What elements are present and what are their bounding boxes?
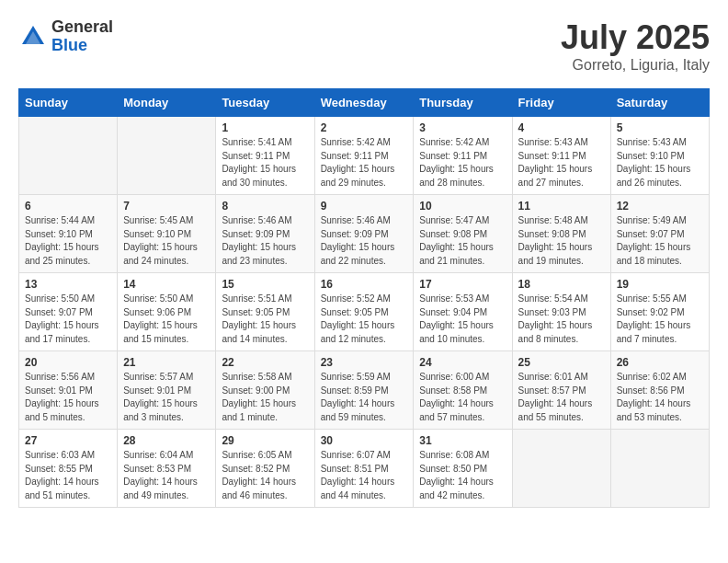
- day-info: Sunrise: 5:43 AM Sunset: 9:10 PM Dayligh…: [617, 136, 703, 190]
- calendar-cell: [610, 430, 709, 508]
- day-info: Sunrise: 5:48 AM Sunset: 9:08 PM Dayligh…: [518, 214, 605, 268]
- calendar-day-header: Thursday: [414, 89, 512, 117]
- day-info: Sunrise: 6:01 AM Sunset: 8:57 PM Dayligh…: [518, 371, 605, 424]
- day-number: 25: [518, 356, 605, 369]
- day-info: Sunrise: 5:42 AM Sunset: 9:11 PM Dayligh…: [419, 136, 506, 190]
- calendar-cell: [512, 430, 610, 508]
- calendar-cell: 30Sunrise: 6:07 AM Sunset: 8:51 PM Dayli…: [314, 430, 414, 508]
- calendar-cell: 9Sunrise: 5:46 AM Sunset: 9:09 PM Daylig…: [314, 195, 414, 273]
- calendar-week-row: 1Sunrise: 5:41 AM Sunset: 9:11 PM Daylig…: [19, 117, 710, 195]
- calendar-cell: 1Sunrise: 5:41 AM Sunset: 9:11 PM Daylig…: [216, 117, 314, 195]
- calendar-cell: 28Sunrise: 6:04 AM Sunset: 8:53 PM Dayli…: [118, 430, 216, 508]
- day-number: 17: [419, 278, 506, 291]
- calendar-cell: 15Sunrise: 5:51 AM Sunset: 9:05 PM Dayli…: [216, 273, 314, 351]
- day-number: 24: [419, 356, 506, 369]
- day-number: 3: [419, 121, 506, 134]
- day-number: 30: [321, 434, 408, 447]
- day-info: Sunrise: 6:07 AM Sunset: 8:51 PM Dayligh…: [321, 449, 408, 502]
- logo-blue-text: Blue: [51, 37, 113, 55]
- month-title: July 2025: [561, 18, 710, 57]
- calendar-week-row: 6Sunrise: 5:44 AM Sunset: 9:10 PM Daylig…: [19, 195, 710, 273]
- day-info: Sunrise: 5:45 AM Sunset: 9:10 PM Dayligh…: [123, 214, 210, 268]
- calendar-cell: 29Sunrise: 6:05 AM Sunset: 8:52 PM Dayli…: [216, 430, 314, 508]
- calendar-cell: 3Sunrise: 5:42 AM Sunset: 9:11 PM Daylig…: [414, 117, 512, 195]
- day-number: 29: [222, 434, 308, 447]
- day-info: Sunrise: 5:57 AM Sunset: 9:01 PM Dayligh…: [123, 371, 210, 424]
- calendar-header-row: SundayMondayTuesdayWednesdayThursdayFrid…: [19, 89, 710, 117]
- calendar-cell: [118, 117, 216, 195]
- calendar-cell: 20Sunrise: 5:56 AM Sunset: 9:01 PM Dayli…: [19, 351, 118, 430]
- calendar-cell: 5Sunrise: 5:43 AM Sunset: 9:10 PM Daylig…: [610, 117, 709, 195]
- calendar-cell: [19, 117, 118, 195]
- day-number: 8: [222, 200, 308, 213]
- calendar-day-header: Sunday: [19, 89, 118, 117]
- day-info: Sunrise: 5:51 AM Sunset: 9:05 PM Dayligh…: [222, 293, 308, 346]
- day-number: 26: [617, 356, 703, 369]
- day-number: 5: [617, 121, 703, 134]
- title-block: July 2025 Gorreto, Liguria, Italy: [561, 18, 710, 74]
- calendar-cell: 24Sunrise: 6:00 AM Sunset: 8:58 PM Dayli…: [414, 351, 512, 430]
- day-info: Sunrise: 6:04 AM Sunset: 8:53 PM Dayligh…: [123, 449, 210, 502]
- calendar-cell: 27Sunrise: 6:03 AM Sunset: 8:55 PM Dayli…: [19, 430, 118, 508]
- day-number: 16: [321, 278, 408, 291]
- day-info: Sunrise: 5:54 AM Sunset: 9:03 PM Dayligh…: [518, 293, 605, 346]
- calendar-cell: 18Sunrise: 5:54 AM Sunset: 9:03 PM Dayli…: [512, 273, 610, 351]
- day-number: 21: [123, 356, 210, 369]
- calendar-cell: 6Sunrise: 5:44 AM Sunset: 9:10 PM Daylig…: [19, 195, 118, 273]
- day-number: 11: [518, 200, 605, 213]
- calendar-day-header: Wednesday: [314, 89, 414, 117]
- day-number: 13: [25, 278, 111, 291]
- calendar-cell: 31Sunrise: 6:08 AM Sunset: 8:50 PM Dayli…: [414, 430, 512, 508]
- day-number: 23: [321, 356, 408, 369]
- day-number: 22: [222, 356, 308, 369]
- day-info: Sunrise: 5:50 AM Sunset: 9:06 PM Dayligh…: [123, 293, 210, 346]
- calendar-cell: 16Sunrise: 5:52 AM Sunset: 9:05 PM Dayli…: [314, 273, 414, 351]
- day-number: 2: [321, 121, 408, 134]
- day-info: Sunrise: 5:59 AM Sunset: 8:59 PM Dayligh…: [321, 371, 408, 424]
- day-number: 14: [123, 278, 210, 291]
- calendar-cell: 22Sunrise: 5:58 AM Sunset: 9:00 PM Dayli…: [216, 351, 314, 430]
- calendar-day-header: Saturday: [610, 89, 709, 117]
- day-number: 15: [222, 278, 308, 291]
- calendar-week-row: 13Sunrise: 5:50 AM Sunset: 9:07 PM Dayli…: [19, 273, 710, 351]
- calendar-cell: 21Sunrise: 5:57 AM Sunset: 9:01 PM Dayli…: [118, 351, 216, 430]
- logo: General Blue: [18, 18, 113, 55]
- calendar-cell: 11Sunrise: 5:48 AM Sunset: 9:08 PM Dayli…: [512, 195, 610, 273]
- calendar-day-header: Tuesday: [216, 89, 314, 117]
- day-info: Sunrise: 5:46 AM Sunset: 9:09 PM Dayligh…: [321, 214, 408, 268]
- day-info: Sunrise: 5:50 AM Sunset: 9:07 PM Dayligh…: [25, 293, 111, 346]
- day-info: Sunrise: 6:02 AM Sunset: 8:56 PM Dayligh…: [617, 371, 703, 424]
- day-info: Sunrise: 5:49 AM Sunset: 9:07 PM Dayligh…: [617, 214, 703, 268]
- day-info: Sunrise: 5:46 AM Sunset: 9:09 PM Dayligh…: [222, 214, 308, 268]
- day-number: 12: [617, 200, 703, 213]
- calendar-cell: 25Sunrise: 6:01 AM Sunset: 8:57 PM Dayli…: [512, 351, 610, 430]
- day-info: Sunrise: 5:44 AM Sunset: 9:10 PM Dayligh…: [25, 214, 111, 268]
- day-number: 19: [617, 278, 703, 291]
- day-number: 20: [25, 356, 111, 369]
- day-info: Sunrise: 6:03 AM Sunset: 8:55 PM Dayligh…: [25, 449, 111, 502]
- day-number: 4: [518, 121, 605, 134]
- day-info: Sunrise: 5:52 AM Sunset: 9:05 PM Dayligh…: [321, 293, 408, 346]
- day-number: 7: [123, 200, 210, 213]
- calendar-cell: 2Sunrise: 5:42 AM Sunset: 9:11 PM Daylig…: [314, 117, 414, 195]
- day-number: 6: [25, 200, 111, 213]
- logo-icon: [18, 22, 48, 52]
- calendar-cell: 8Sunrise: 5:46 AM Sunset: 9:09 PM Daylig…: [216, 195, 314, 273]
- page-header: General Blue July 2025 Gorreto, Liguria,…: [18, 18, 710, 74]
- day-number: 1: [222, 121, 308, 134]
- day-number: 18: [518, 278, 605, 291]
- day-info: Sunrise: 5:53 AM Sunset: 9:04 PM Dayligh…: [419, 293, 506, 346]
- calendar-day-header: Monday: [118, 89, 216, 117]
- calendar-cell: 13Sunrise: 5:50 AM Sunset: 9:07 PM Dayli…: [19, 273, 118, 351]
- day-number: 28: [123, 434, 210, 447]
- day-number: 31: [419, 434, 506, 447]
- calendar-cell: 17Sunrise: 5:53 AM Sunset: 9:04 PM Dayli…: [414, 273, 512, 351]
- day-info: Sunrise: 5:47 AM Sunset: 9:08 PM Dayligh…: [419, 214, 506, 268]
- calendar-cell: 10Sunrise: 5:47 AM Sunset: 9:08 PM Dayli…: [414, 195, 512, 273]
- calendar-cell: 23Sunrise: 5:59 AM Sunset: 8:59 PM Dayli…: [314, 351, 414, 430]
- calendar-week-row: 20Sunrise: 5:56 AM Sunset: 9:01 PM Dayli…: [19, 351, 710, 430]
- day-info: Sunrise: 5:43 AM Sunset: 9:11 PM Dayligh…: [518, 136, 605, 190]
- day-info: Sunrise: 5:56 AM Sunset: 9:01 PM Dayligh…: [25, 371, 111, 424]
- calendar-table: SundayMondayTuesdayWednesdayThursdayFrid…: [18, 88, 710, 508]
- location-text: Gorreto, Liguria, Italy: [561, 57, 710, 74]
